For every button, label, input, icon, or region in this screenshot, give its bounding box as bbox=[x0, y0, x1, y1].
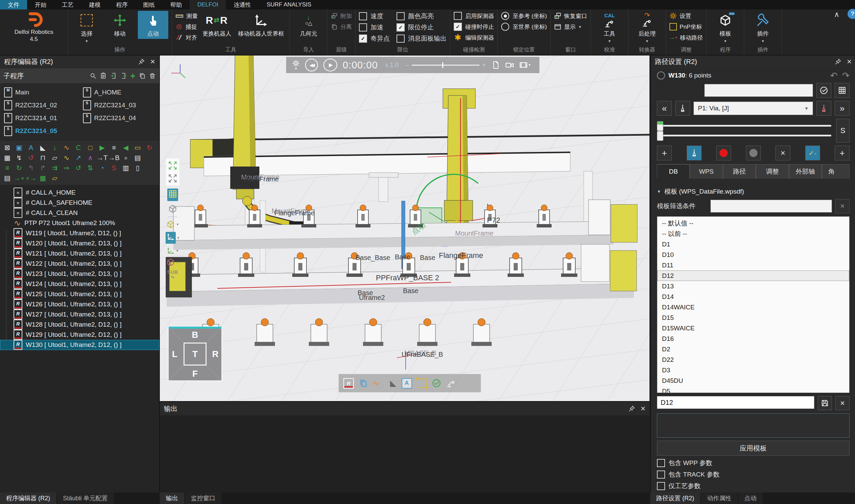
toolbar-icon[interactable]: →T bbox=[97, 153, 107, 162]
rewind-button[interactable]: ◀◀ bbox=[305, 58, 318, 71]
template-item[interactable]: D11 bbox=[657, 260, 849, 270]
statement-row[interactable]: PTP P72 Utool1 Uframe2 100% bbox=[0, 218, 159, 228]
menu-item[interactable]: 帮助 bbox=[162, 0, 190, 10]
subprogram-item[interactable]: S R2ZC3214_04 bbox=[79, 112, 159, 124]
statement-row[interactable]: # CALL A_HOME bbox=[0, 187, 159, 198]
pin-icon[interactable] bbox=[138, 58, 145, 65]
toolbar-icon[interactable]: ∿ bbox=[61, 143, 72, 152]
statement-row[interactable]: W124 [ Utool1, Uframe2, D13, () ] bbox=[0, 279, 159, 289]
template-item[interactable]: D5 bbox=[657, 386, 849, 393]
limit-checkbox[interactable]: 奇异点 bbox=[359, 33, 390, 44]
toolbar-icon[interactable]: ⇅ bbox=[85, 163, 95, 173]
path-position-slider[interactable] bbox=[657, 125, 831, 127]
clear-filter-button[interactable]: × bbox=[835, 199, 850, 213]
subprogram-item[interactable]: S R2ZC3214_05 bbox=[1, 125, 79, 137]
snap-button[interactable]: 捕捉 bbox=[175, 22, 198, 32]
statement-row[interactable]: W123 [ Utool1, Uframe2, D13, () ] bbox=[0, 269, 159, 279]
template-item[interactable]: D1 bbox=[657, 239, 849, 250]
settings-tab[interactable]: DB bbox=[657, 164, 690, 179]
toolbar-icon[interactable]: ∘→ bbox=[26, 173, 36, 183]
settings-tab[interactable]: 外部轴 bbox=[789, 164, 822, 179]
toolbar-icon[interactable]: ↺ bbox=[26, 153, 36, 162]
toolbar-icon[interactable]: ◀ bbox=[121, 143, 131, 152]
bottom-tab[interactable]: 路径设置 (R2) bbox=[650, 492, 700, 504]
export-program-icon[interactable] bbox=[120, 72, 127, 79]
pnp-coords-button[interactable]: PnP坐标 bbox=[670, 22, 703, 32]
toolbar-icon[interactable]: ▦ bbox=[38, 173, 48, 183]
toolbar-icon[interactable]: C bbox=[73, 143, 84, 152]
clipboard-icon[interactable] bbox=[100, 72, 107, 79]
toolbar-icon[interactable]: ↻ bbox=[14, 163, 24, 173]
statement-row[interactable]: W127 [ Utool1, Uframe2, D13, () ] bbox=[0, 309, 159, 320]
export-pdf-icon[interactable] bbox=[492, 61, 500, 69]
restore-window-button[interactable]: 恢复窗口 bbox=[554, 11, 587, 21]
bottom-tab[interactable]: 点动 bbox=[738, 492, 763, 504]
add-subprogram-icon[interactable]: + bbox=[130, 71, 136, 80]
detach-button[interactable]: 分离 bbox=[331, 22, 352, 32]
template-item[interactable]: D13 bbox=[657, 281, 849, 291]
move-path-button[interactable]: →• 移动路径 bbox=[670, 33, 703, 43]
align-button[interactable]: 对齐 bbox=[175, 33, 198, 43]
search-icon[interactable] bbox=[90, 72, 96, 79]
sub-curve-icon[interactable]: SUB∿ bbox=[167, 270, 178, 279]
toolbar-icon[interactable]: S bbox=[109, 163, 119, 173]
robot-tool-icon[interactable] bbox=[446, 378, 456, 388]
prev-point-button[interactable]: « bbox=[657, 101, 672, 116]
select-button[interactable]: 选择▼ bbox=[71, 11, 102, 44]
bottom-tab[interactable]: 程序编辑器 (R2) bbox=[0, 492, 56, 504]
plugin-button[interactable]: 插件▼ bbox=[748, 11, 778, 44]
move-button[interactable]: 移动 bbox=[105, 11, 135, 39]
trash-icon[interactable] bbox=[149, 72, 156, 79]
menu-item[interactable]: DELFOI bbox=[190, 0, 226, 10]
settings-button[interactable]: 设置 bbox=[670, 11, 703, 21]
jump-tool-start-button[interactable] bbox=[675, 101, 690, 116]
subprogram-item[interactable]: S R2ZC3214_03 bbox=[79, 100, 159, 111]
jump-tool-end-button[interactable] bbox=[816, 101, 831, 116]
axis-display-icon[interactable] bbox=[166, 247, 175, 255]
close-icon[interactable]: × bbox=[641, 404, 645, 413]
redo-icon[interactable]: ↷ bbox=[842, 71, 850, 80]
validate-path-button[interactable]: ✓⁖ bbox=[805, 146, 820, 160]
subprogram-item[interactable]: M Main bbox=[1, 87, 79, 98]
move-robot-world-frame-button[interactable]: 移动机器人世界框 bbox=[236, 11, 286, 39]
solid-cube-icon[interactable] bbox=[166, 220, 175, 229]
statement-row[interactable]: W128 [ Utool1, Uframe2, D12, () ] bbox=[0, 320, 159, 330]
template-item[interactable]: D14 bbox=[657, 291, 849, 302]
toolbar-icon[interactable]: ▯ bbox=[132, 163, 143, 173]
toolbar-icon[interactable]: ↯ bbox=[14, 153, 24, 162]
subprogram-item[interactable]: S R2ZC3214_02 bbox=[1, 100, 79, 111]
toolbar-icon[interactable]: ▣ bbox=[14, 143, 24, 152]
template-item[interactable]: D15 bbox=[657, 312, 849, 323]
toolbar-icon[interactable]: ⊠ bbox=[2, 143, 13, 152]
lock-position-radio[interactable]: 至参考 (坐标) bbox=[501, 11, 547, 21]
output-log[interactable] bbox=[160, 415, 649, 493]
settings-tab[interactable]: 调整 bbox=[756, 164, 789, 179]
toolbar-icon[interactable]: ↗ bbox=[73, 153, 84, 162]
bottom-tab[interactable]: 监控窗口 bbox=[185, 492, 221, 504]
toolbar-icon[interactable]: ▶ bbox=[97, 143, 107, 152]
limit-checkbox[interactable]: 颜色高亮 bbox=[396, 11, 447, 21]
toolbar-icon[interactable]: ▤ bbox=[132, 153, 143, 162]
statement-row[interactable]: # CALL A_CLEAN bbox=[0, 208, 159, 218]
graph-tool-icon[interactable]: ◣ bbox=[390, 378, 396, 388]
toolbar-icon[interactable]: ◣ bbox=[38, 143, 48, 152]
limit-checkbox[interactable]: 速度 bbox=[359, 11, 390, 21]
toolbar-icon[interactable]: ▭ bbox=[132, 143, 143, 152]
statement-row[interactable]: W120 [ Utool1, Uframe2, D13, () ] bbox=[0, 238, 159, 249]
jog-button[interactable]: 点动 bbox=[138, 11, 168, 39]
toolbar-icon[interactable]: ⊓ bbox=[38, 153, 48, 162]
path-radio[interactable] bbox=[657, 71, 665, 79]
close-icon[interactable]: × bbox=[847, 57, 852, 66]
settings-tab[interactable]: 路径 bbox=[723, 164, 756, 179]
template-button[interactable]: 模板▼ bbox=[710, 11, 741, 44]
annotation-tool-icon[interactable]: A bbox=[402, 378, 412, 389]
template-item[interactable]: D45DU bbox=[657, 375, 849, 386]
toolbar-icon[interactable]: ↱ bbox=[38, 163, 48, 173]
template-item[interactable]: D10 bbox=[657, 250, 849, 260]
statement-row[interactable]: W122 [ Utool1, Uframe2, D13, () ] bbox=[0, 258, 159, 269]
limit-checkbox[interactable]: 限位停止 bbox=[396, 22, 447, 33]
toolbar-icon[interactable]: ▱ bbox=[50, 153, 60, 162]
toolbar-icon[interactable]: ▱ bbox=[50, 173, 60, 183]
toolbar-icon[interactable]: ⇉ bbox=[50, 163, 60, 173]
toolbar-icon[interactable]: ↓ bbox=[50, 143, 60, 152]
